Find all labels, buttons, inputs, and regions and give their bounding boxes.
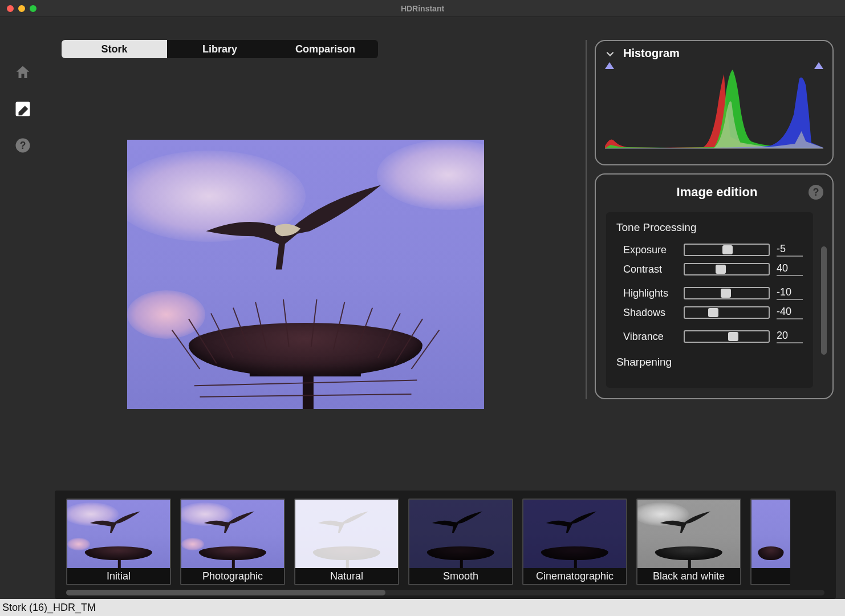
exposure-label: Exposure bbox=[623, 244, 677, 256]
window-minimize-button[interactable] bbox=[18, 5, 25, 12]
svg-line-14 bbox=[411, 330, 439, 369]
histogram-chart[interactable] bbox=[605, 63, 823, 149]
sharpening-heading: Sharpening bbox=[616, 356, 803, 368]
preset-cinematographic[interactable]: Cinematographic bbox=[522, 499, 627, 585]
help-icon[interactable]: ? bbox=[13, 136, 32, 155]
preset-smooth[interactable]: Smooth bbox=[408, 499, 513, 585]
app-title: HDRinstant bbox=[0, 4, 845, 13]
edit-icon[interactable] bbox=[13, 99, 32, 119]
chevron-down-icon[interactable] bbox=[605, 48, 615, 59]
window-maximize-button[interactable] bbox=[30, 5, 36, 12]
view-tabs: Stork Library Comparison bbox=[62, 40, 378, 58]
preset-label: Natural bbox=[295, 568, 398, 584]
svg-text:?: ? bbox=[20, 140, 26, 151]
statusbar: Stork (16)_HDR_TM bbox=[0, 599, 845, 616]
tone-processing-heading: Tone Processing bbox=[616, 221, 803, 234]
preset-next-partial[interactable] bbox=[750, 499, 790, 585]
image-preview[interactable] bbox=[127, 140, 484, 409]
svg-line-8 bbox=[283, 299, 289, 347]
preset-label: Initial bbox=[67, 568, 170, 584]
svg-line-5 bbox=[210, 313, 233, 358]
svg-line-9 bbox=[311, 299, 316, 347]
contrast-label: Contrast bbox=[623, 264, 677, 275]
statusbar-filename: Stork (16)_HDR_TM bbox=[2, 602, 96, 614]
home-icon[interactable] bbox=[13, 63, 32, 82]
image-edition-help-icon[interactable]: ? bbox=[809, 185, 823, 200]
vibrance-label: Vibrance bbox=[623, 331, 677, 343]
window-controls bbox=[0, 5, 36, 12]
svg-line-4 bbox=[188, 319, 216, 363]
contrast-value[interactable]: 40 bbox=[777, 262, 803, 276]
histogram-title: Histogram bbox=[623, 47, 680, 60]
preset-natural[interactable]: Natural bbox=[294, 499, 399, 585]
svg-line-7 bbox=[255, 302, 267, 350]
shadows-value[interactable]: -40 bbox=[777, 306, 803, 319]
preset-label: Photographic bbox=[181, 568, 284, 584]
contrast-slider[interactable] bbox=[684, 263, 770, 275]
tab-library[interactable]: Library bbox=[167, 40, 273, 58]
preset-label: Black and white bbox=[637, 568, 740, 584]
highlights-value[interactable]: -10 bbox=[777, 286, 803, 300]
vibrance-value[interactable]: 20 bbox=[777, 330, 803, 343]
svg-line-11 bbox=[355, 308, 372, 352]
preset-initial[interactable]: Initial bbox=[66, 499, 171, 585]
preset-label: Smooth bbox=[409, 568, 512, 584]
vibrance-slider[interactable] bbox=[684, 330, 770, 343]
svg-line-3 bbox=[172, 330, 200, 369]
svg-line-12 bbox=[377, 313, 400, 358]
image-edition-panel: Image edition ? Tone Processing Exposure… bbox=[595, 173, 834, 399]
preset-photographic[interactable]: Photographic bbox=[180, 499, 285, 585]
left-rail: ? bbox=[0, 17, 46, 599]
preset-label bbox=[751, 568, 790, 584]
svg-line-13 bbox=[395, 319, 422, 363]
preset-label: Cinematographic bbox=[523, 568, 626, 584]
edit-panel-scrollbar[interactable] bbox=[821, 212, 827, 388]
window-close-button[interactable] bbox=[7, 5, 14, 12]
highlights-label: Highlights bbox=[623, 287, 677, 299]
exposure-value[interactable]: -5 bbox=[777, 243, 803, 257]
svg-line-10 bbox=[333, 302, 344, 350]
presets-strip: Initial Photographic Natural Smooth Cine… bbox=[55, 491, 836, 599]
highlights-slider[interactable] bbox=[684, 287, 770, 299]
tab-comparison[interactable]: Comparison bbox=[273, 40, 378, 58]
exposure-slider[interactable] bbox=[684, 244, 770, 256]
svg-line-16 bbox=[200, 394, 411, 397]
presets-scrollbar[interactable] bbox=[66, 590, 824, 595]
shadows-slider[interactable] bbox=[684, 306, 770, 319]
tab-stork[interactable]: Stork bbox=[62, 40, 167, 58]
histogram-panel: Histogram bbox=[595, 40, 834, 165]
image-edition-title: Image edition bbox=[677, 185, 758, 200]
shadows-label: Shadows bbox=[623, 307, 677, 319]
titlebar: HDRinstant bbox=[0, 0, 845, 17]
svg-line-6 bbox=[233, 308, 250, 352]
preset-black-and-white[interactable]: Black and white bbox=[636, 499, 741, 585]
svg-line-15 bbox=[194, 380, 417, 386]
